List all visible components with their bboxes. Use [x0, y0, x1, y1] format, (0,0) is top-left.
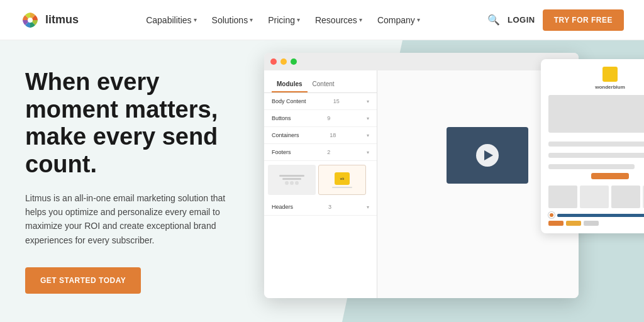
- list-item: Containers 18 ▾: [264, 127, 377, 144]
- brand-name-label: wonderblum: [595, 84, 625, 90]
- play-icon: [484, 150, 493, 160]
- text-placeholder: [548, 164, 635, 169]
- tab-modules[interactable]: Modules: [272, 77, 308, 92]
- placeholder-dots: [285, 181, 299, 185]
- chevron-down-icon: ▾: [367, 204, 369, 210]
- chevron-down-icon: ▾: [359, 16, 362, 23]
- list-item: Footers 2 ▾: [264, 144, 377, 161]
- chevron-down-icon: ▾: [297, 16, 300, 23]
- footer-preview-card: [268, 165, 316, 195]
- text-placeholder: [548, 153, 644, 158]
- window-dot-red: [270, 58, 277, 65]
- window-dot-yellow: [280, 58, 287, 65]
- video-thumbnail[interactable]: [447, 127, 528, 184]
- thumb: [611, 186, 640, 208]
- try-for-free-button[interactable]: TRY FOR FREE: [543, 9, 624, 31]
- hero-mockup: Modules Content Body Content 15 ▾ Button…: [264, 53, 629, 317]
- chevron-down-icon: ▾: [367, 99, 369, 104]
- nav-solutions[interactable]: Solutions ▾: [206, 11, 260, 29]
- placeholder-line: [282, 178, 301, 180]
- status-dot: [548, 212, 555, 218]
- content-placeholder: [548, 95, 644, 133]
- chevron-down-icon: ▾: [367, 150, 369, 155]
- footer-previews: wb: [264, 161, 377, 199]
- thumbnail-row: [548, 186, 644, 208]
- swatch-orange: [548, 221, 564, 226]
- login-link[interactable]: LOGIN: [508, 15, 535, 25]
- chevron-down-icon: ▾: [250, 16, 253, 23]
- hero-content: When every moment matters, make every se…: [0, 40, 264, 322]
- list-item: Headers 3 ▾: [264, 199, 377, 216]
- action-row: [548, 212, 644, 218]
- swatch-yellow: [566, 221, 581, 226]
- chevron-down-icon: ▾: [367, 116, 369, 121]
- window-dot-green: [291, 58, 297, 65]
- navbar: litmus Capabilities ▾ Solutions ▾ Pricin…: [0, 0, 644, 40]
- hero-subtext: Litmus is an all-in-one email marketing …: [25, 191, 239, 248]
- mockup-tabs: Modules Content: [264, 77, 377, 93]
- swatch-gray: [584, 221, 599, 226]
- litmus-logo-icon: [20, 10, 40, 30]
- tab-content[interactable]: Content: [308, 77, 340, 92]
- search-icon[interactable]: 🔍: [487, 14, 500, 26]
- hero-section: When every moment matters, make every se…: [0, 40, 644, 322]
- wonderblum-small: wb: [335, 172, 350, 185]
- brand-logo-icon: [602, 67, 618, 82]
- placeholder-line: [279, 175, 304, 177]
- list-item: Body Content 15 ▾: [264, 93, 377, 110]
- chevron-down-icon: ▾: [194, 16, 197, 23]
- mockup-titlebar: [264, 53, 579, 70]
- mockup-right-panel: wonderblum: [541, 59, 644, 233]
- nav-links: Capabilities ▾ Solutions ▾ Pricing ▾ Res…: [140, 11, 426, 29]
- chevron-down-icon: ▾: [367, 133, 369, 138]
- play-button[interactable]: [476, 144, 499, 167]
- hero-headline: When every moment matters, make every se…: [25, 69, 239, 179]
- mockup-body: Modules Content Body Content 15 ▾ Button…: [264, 70, 579, 298]
- nav-resources[interactable]: Resources ▾: [309, 11, 369, 29]
- list-item: Buttons 9 ▾: [264, 110, 377, 127]
- mockup-window: Modules Content Body Content 15 ▾ Button…: [264, 53, 579, 298]
- color-swatches: [548, 221, 644, 226]
- brand-name: litmus: [45, 13, 79, 26]
- nav-pricing[interactable]: Pricing ▾: [262, 11, 306, 29]
- nav-company[interactable]: Company ▾: [371, 11, 426, 29]
- logo[interactable]: litmus: [20, 10, 79, 30]
- get-started-button[interactable]: GET STARTED TODAY: [25, 267, 141, 294]
- thumb: [548, 186, 577, 208]
- mockup-sidebar: Modules Content Body Content 15 ▾ Button…: [264, 70, 377, 298]
- nav-capabilities[interactable]: Capabilities ▾: [140, 11, 203, 29]
- right-panel-logo: wonderblum: [548, 67, 644, 90]
- thumb: [580, 186, 609, 208]
- chevron-down-icon: ▾: [417, 16, 420, 23]
- action-button-placeholder: [591, 173, 629, 179]
- nav-actions: 🔍 LOGIN TRY FOR FREE: [487, 9, 624, 31]
- svg-point-1: [28, 18, 33, 23]
- footer-preview-card-2: wb: [318, 165, 366, 195]
- progress-bar: [557, 214, 644, 217]
- text-placeholder: [548, 142, 644, 147]
